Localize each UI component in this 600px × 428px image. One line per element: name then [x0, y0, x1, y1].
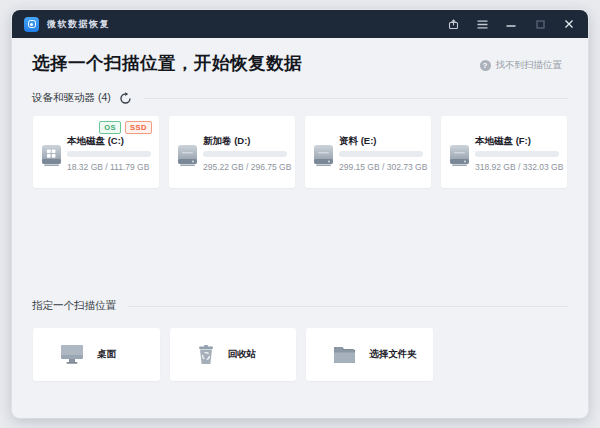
app-logo-icon: [24, 17, 39, 32]
locations-section-label: 指定一个扫描位置: [32, 299, 116, 313]
drive-usage-bar: [203, 151, 287, 157]
drive-usage-bar: [339, 151, 423, 157]
cannot-find-location-link[interactable]: ? 找不到扫描位置: [480, 59, 563, 72]
drive-name: 本地磁盘 (C:): [67, 135, 124, 148]
scan-location-label: 选择文件夹: [369, 348, 417, 361]
drive-cards: OSSSD: [33, 116, 567, 188]
drive-usage-bar: [475, 151, 559, 157]
locations-section-header: 指定一个扫描位置: [32, 298, 568, 314]
maximize-button[interactable]: [533, 17, 547, 31]
folder-icon: [333, 346, 356, 364]
hard-disk-icon: [41, 144, 62, 171]
drive-size: 295.22 GB / 296.75 GB: [203, 162, 291, 172]
minimize-button[interactable]: [504, 17, 518, 31]
drive-name: 本地磁盘 (F:): [475, 135, 531, 148]
scan-location-card[interactable]: 回收站: [170, 328, 297, 381]
devices-section-label: 设备和驱动器 (4): [32, 91, 111, 105]
divider-line: [128, 306, 568, 307]
drive-card[interactable]: 资料 (E:) 299.15 GB / 302.73 GB: [305, 116, 431, 188]
drive-badges: OSSSD: [99, 121, 152, 134]
recycle-bin-icon: [197, 344, 215, 365]
drive-card[interactable]: OSSSD: [33, 116, 159, 188]
close-button[interactable]: [562, 17, 576, 31]
drive-size: 318.92 GB / 332.03 GB: [475, 162, 563, 172]
ssd-badge: SSD: [125, 121, 152, 134]
refresh-icon[interactable]: [119, 92, 132, 105]
main-content: 选择一个扫描位置，开始恢复数据 ? 找不到扫描位置 设备和驱动器 (4) OSS…: [12, 38, 588, 418]
drive-card[interactable]: 本地磁盘 (F:) 318.92 GB / 332.03 GB: [441, 116, 567, 188]
location-cards: 桌面: [33, 328, 433, 381]
page-title: 选择一个扫描位置，开始恢复数据: [32, 51, 302, 75]
os-badge: OS: [99, 121, 121, 134]
drive-size: 18.32 GB / 111.79 GB: [67, 162, 149, 172]
divider-line: [144, 98, 568, 99]
drive-name: 资料 (E:): [339, 135, 376, 148]
devices-section-header: 设备和驱动器 (4): [32, 90, 568, 106]
scan-location-label: 回收站: [228, 348, 257, 361]
drive-usage-bar: [67, 151, 151, 157]
hard-disk-icon: [449, 144, 470, 171]
scan-location-label: 桌面: [97, 348, 116, 361]
scan-location-card[interactable]: 桌面: [33, 328, 160, 381]
window-title: 微软数据恢复: [47, 18, 110, 31]
scan-location-card[interactable]: 选择文件夹: [306, 328, 433, 381]
question-icon: ?: [480, 60, 491, 71]
hard-disk-icon: [313, 144, 334, 171]
drive-size: 299.15 GB / 302.73 GB: [339, 162, 427, 172]
upgrade-share-icon[interactable]: [446, 17, 460, 31]
app-window: 微软数据恢复 选择一个扫描位置，开始恢复数据 ? 找不到扫描位置: [12, 10, 588, 418]
titlebar: 微软数据恢复: [12, 10, 588, 38]
desktop-background: { "titlebar": { "title": "微软数据恢复" }, "he…: [0, 0, 600, 428]
help-label: 找不到扫描位置: [496, 59, 563, 72]
window-controls: [446, 17, 576, 31]
hard-disk-icon: [177, 144, 198, 171]
menu-icon[interactable]: [475, 17, 489, 31]
drive-name: 新加卷 (D:): [203, 135, 251, 148]
drive-card[interactable]: 新加卷 (D:) 295.22 GB / 296.75 GB: [169, 116, 295, 188]
desktop-icon: [60, 344, 84, 365]
